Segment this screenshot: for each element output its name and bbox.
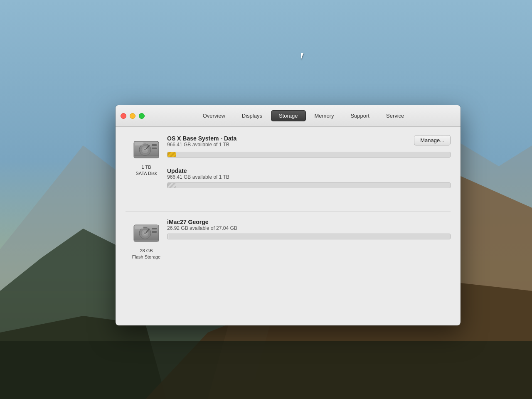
svg-rect-26 (152, 231, 157, 233)
close-button[interactable] (121, 113, 126, 119)
svg-point-13 (144, 149, 146, 150)
storage-content: 1 TB SATA Disk OS X Base System - Data 9… (116, 127, 461, 325)
disk2-label: 28 GB Flash Storage (132, 248, 160, 261)
disk1-icon (132, 135, 161, 164)
volume-update-progress-fill (167, 183, 176, 188)
svg-rect-17 (134, 156, 159, 158)
manage-button[interactable]: Manage... (414, 135, 451, 145)
volume-os-x-base-progress-bg (167, 152, 451, 158)
svg-rect-27 (134, 239, 159, 241)
tab-overview[interactable]: Overview (195, 110, 233, 121)
svg-rect-16 (152, 148, 157, 149)
volume-os-x-base-title-group: OS X Base System - Data 966.41 GB availa… (167, 135, 236, 150)
tab-support[interactable]: Support (342, 110, 377, 121)
minimize-button[interactable] (130, 113, 135, 119)
volume-os-x-base-title: OS X Base System - Data (167, 135, 236, 142)
svg-rect-8 (0, 341, 532, 399)
volume-update-title: Update (167, 167, 451, 174)
disk2-info: iMac27 George 26.92 GB available of 27.0… (167, 219, 451, 261)
disk2-icon (132, 219, 161, 248)
disk1-info: OS X Base System - Data 966.41 GB availa… (167, 135, 451, 195)
disk1-icon-area: 1 TB SATA Disk (126, 135, 167, 195)
svg-point-23 (144, 232, 146, 234)
traffic-lights (121, 113, 145, 119)
volume-imac27-progress-fill (167, 234, 169, 239)
tab-storage[interactable]: Storage (271, 110, 306, 121)
tab-bar: Overview Displays Storage Memory Support… (151, 110, 456, 121)
title-bar: Overview Displays Storage Memory Support… (116, 105, 461, 127)
tab-service[interactable]: Service (378, 110, 412, 121)
volume-imac27-progress-bg (167, 234, 451, 239)
svg-rect-28 (135, 226, 143, 229)
svg-rect-25 (152, 228, 157, 229)
tab-displays[interactable]: Displays (234, 110, 270, 121)
maximize-button[interactable] (139, 113, 145, 119)
volume-update-subtitle: 966.41 GB available of 1 TB (167, 174, 451, 180)
disk-section-2: 28 GB Flash Storage iMac27 George 26.92 … (126, 219, 451, 261)
volume-imac27: iMac27 George 26.92 GB available of 27.0… (167, 219, 451, 239)
svg-rect-18 (135, 142, 143, 145)
volume-imac27-subtitle: 26.92 GB available of 27.04 GB (167, 225, 451, 231)
volume-update: Update 966.41 GB available of 1 TB (167, 167, 451, 188)
volume-imac27-title: iMac27 George (167, 219, 451, 225)
volume-os-x-base-header: OS X Base System - Data 966.41 GB availa… (167, 135, 451, 150)
volume-update-progress-bg (167, 182, 451, 188)
disk2-icon-area: 28 GB Flash Storage (126, 219, 167, 261)
disk1-label: 1 TB SATA Disk (136, 164, 157, 177)
system-information-window: Overview Displays Storage Memory Support… (116, 105, 461, 325)
volume-os-x-base-subtitle: 966.41 GB available of 1 TB (167, 142, 236, 148)
tab-memory[interactable]: Memory (307, 110, 342, 121)
volume-os-x-base: OS X Base System - Data 966.41 GB availa… (167, 135, 451, 158)
section-divider (126, 212, 451, 212)
svg-rect-15 (152, 144, 157, 146)
disk-section-1: 1 TB SATA Disk OS X Base System - Data 9… (126, 135, 451, 195)
volume-os-x-base-progress-fill (167, 152, 176, 157)
